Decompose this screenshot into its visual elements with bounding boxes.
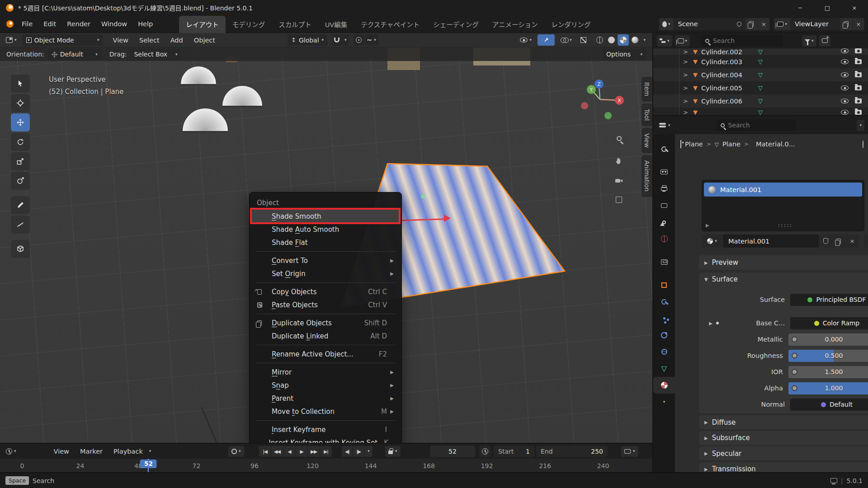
- context-item-shade-flat[interactable]: Shade Flat: [252, 236, 399, 249]
- play-reverse-button[interactable]: ◀: [283, 446, 295, 457]
- slider-roughness[interactable]: 0.500: [788, 350, 868, 362]
- new-scene-button[interactable]: [745, 18, 757, 30]
- tool-cursor-button[interactable]: [11, 94, 30, 112]
- step-forward-button[interactable]: |▶: [353, 446, 364, 457]
- frame-start-field[interactable]: Start 1: [494, 446, 534, 457]
- current-frame-field[interactable]: 52: [430, 446, 475, 457]
- axis-negative-x-ball[interactable]: [581, 102, 588, 109]
- navigation-axis-gizmo[interactable]: Z Y X: [579, 78, 624, 123]
- menu-app-edit[interactable]: Edit: [38, 19, 61, 29]
- properties-tab-physics[interactable]: [653, 327, 675, 343]
- tool-annotate-button[interactable]: [11, 196, 30, 214]
- properties-tab-object[interactable]: [653, 277, 675, 293]
- scene-name[interactable]: Scene: [673, 20, 733, 28]
- shading-solid-button[interactable]: [606, 34, 617, 46]
- xray-toggle[interactable]: [578, 34, 589, 46]
- expand-chevron-icon[interactable]: >: [683, 98, 689, 104]
- mode-dropdown[interactable]: Object Mode ▾: [23, 34, 103, 46]
- workspace-tab-[interactable]: テクスチャペイント: [354, 16, 426, 33]
- context-item-insert-keyframe-with-keying-set[interactable]: Insert Keyframe with Keying SetK: [252, 436, 399, 443]
- workspace-tab-[interactable]: レイアウト: [179, 16, 226, 33]
- properties-tab-constraints[interactable]: [653, 343, 675, 360]
- context-item-duplicate-linked[interactable]: Duplicate LinkedAlt D: [252, 329, 399, 343]
- properties-options-dropdown[interactable]: ▾: [857, 120, 864, 131]
- context-item-duplicate-objects[interactable]: Duplicate ObjectsShift D: [252, 316, 399, 329]
- delete-viewlayer-button[interactable]: ×: [853, 18, 864, 30]
- menu-app-render[interactable]: Render: [61, 19, 96, 29]
- menu-timeline-view[interactable]: View: [48, 446, 75, 457]
- properties-tab-output[interactable]: [653, 180, 675, 197]
- outliner-row-cylinder-002[interactable]: >▼Cylinder.002▽: [653, 48, 868, 55]
- context-item-shade-auto-smooth[interactable]: Shade Auto Smooth: [252, 223, 399, 236]
- properties-editor-type-button[interactable]: ▾: [657, 120, 673, 131]
- context-item-set-origin[interactable]: Set Origin▶: [252, 267, 399, 280]
- menu-timeline-playback[interactable]: Playback: [108, 446, 148, 457]
- shading-wireframe-button[interactable]: [594, 34, 605, 46]
- transform-orientation-dropdown[interactable]: ↕ Global ▾: [288, 34, 327, 46]
- properties-tab-scene[interactable]: [653, 214, 675, 230]
- properties-tab-object-data[interactable]: ▽: [653, 360, 675, 377]
- hide-in-viewport-toggle[interactable]: [841, 59, 849, 64]
- tool-tweak-select-button[interactable]: [11, 75, 30, 93]
- node-tree-dropdown[interactable]: ▽▾: [864, 235, 868, 248]
- pan-view-button[interactable]: [611, 153, 627, 169]
- workspace-tab-[interactable]: スカルプト: [272, 16, 318, 33]
- camera-view-button[interactable]: [611, 173, 627, 188]
- menu-viewport-select[interactable]: Select: [134, 35, 165, 46]
- playback-sync-dropdown[interactable]: ▾: [385, 446, 401, 457]
- hide-in-viewport-toggle[interactable]: [841, 72, 849, 77]
- context-item-move-to-collection[interactable]: Move to CollectionM▶: [252, 405, 399, 418]
- editor-type-button[interactable]: ▾: [4, 34, 19, 46]
- menu-viewport-add[interactable]: Add: [165, 35, 189, 46]
- browse-material-dropdown[interactable]: ▾: [702, 235, 722, 248]
- step-options-dropdown[interactable]: ▾: [364, 446, 373, 457]
- tool-transform-button[interactable]: [11, 172, 30, 190]
- expand-chevron-icon[interactable]: >: [683, 109, 689, 115]
- preview-panel[interactable]: ▶ Preview ::::: [699, 255, 868, 270]
- properties-tab-particles[interactable]: [653, 310, 675, 327]
- properties-search-input[interactable]: Search: [716, 119, 796, 131]
- auto-keying-controls[interactable]: ▾: [228, 446, 244, 457]
- disable-in-renders-toggle[interactable]: [855, 48, 862, 53]
- material-slot-selected[interactable]: Material.001: [704, 183, 862, 197]
- hide-in-viewport-toggle[interactable]: [841, 99, 849, 103]
- tool-move-button[interactable]: [11, 113, 30, 131]
- proportional-falloff-dropdown[interactable]: ~▾: [364, 34, 378, 46]
- properties-tab-tool[interactable]: [653, 141, 675, 157]
- pin-id-icon[interactable]: [863, 141, 863, 148]
- expand-chevron-icon[interactable]: >: [683, 48, 689, 55]
- shading-rendered-button[interactable]: [629, 34, 641, 46]
- viewlayer-name[interactable]: ViewLayer: [790, 20, 840, 28]
- outliner-filter-dropdown[interactable]: ▾: [802, 35, 816, 47]
- panel-diffuse[interactable]: ▶Diffuse: [699, 415, 868, 429]
- outliner-row-cylinder-003[interactable]: >▼Cylinder.003▽: [653, 55, 868, 68]
- move-gizmo-center[interactable]: [421, 194, 425, 198]
- workspace-tab-[interactable]: モデリング: [226, 16, 272, 33]
- material-name-field[interactable]: Material.001: [723, 235, 819, 248]
- outliner-display-mode-dropdown[interactable]: ▾: [657, 35, 672, 47]
- breadcrumb-item-material-0[interactable]: Material.0...: [756, 141, 795, 148]
- use-preview-range-toggle[interactable]: [479, 446, 491, 457]
- hide-in-viewport-toggle[interactable]: [841, 110, 849, 115]
- unlink-material-button[interactable]: ×: [845, 235, 859, 248]
- menu-app-window[interactable]: Window: [96, 19, 132, 29]
- frame-end-field[interactable]: End 250: [536, 446, 608, 457]
- outliner-row-cylinder-005[interactable]: >▼Cylinder.005▽: [653, 81, 868, 94]
- tool-add-primitive-button[interactable]: [11, 240, 30, 258]
- hide-in-viewport-toggle[interactable]: [841, 48, 849, 53]
- options-dropdown[interactable]: Options ▾: [603, 49, 646, 60]
- scene-icon[interactable]: ▾: [659, 18, 674, 30]
- orientation-default-dropdown[interactable]: Default ▾: [48, 49, 101, 60]
- panel-specular[interactable]: ▶Specular: [699, 446, 868, 460]
- properties-tab-view-layer[interactable]: [653, 197, 675, 214]
- menu-viewport-object[interactable]: Object: [189, 35, 221, 46]
- expand-chevron-icon[interactable]: >: [683, 58, 689, 65]
- context-item-mirror[interactable]: Mirror▶: [252, 366, 399, 379]
- disable-in-renders-toggle[interactable]: [855, 72, 862, 77]
- slider-metallic[interactable]: 0.000: [788, 333, 868, 346]
- tool-measure-button[interactable]: [11, 216, 30, 234]
- context-item-parent[interactable]: Parent▶: [252, 392, 399, 405]
- breadcrumb-item-plane[interactable]: Plane: [722, 141, 741, 148]
- timeline-ruler[interactable]: 024487296120144168192216240 52: [0, 459, 652, 473]
- properties-tab-material[interactable]: [653, 377, 675, 394]
